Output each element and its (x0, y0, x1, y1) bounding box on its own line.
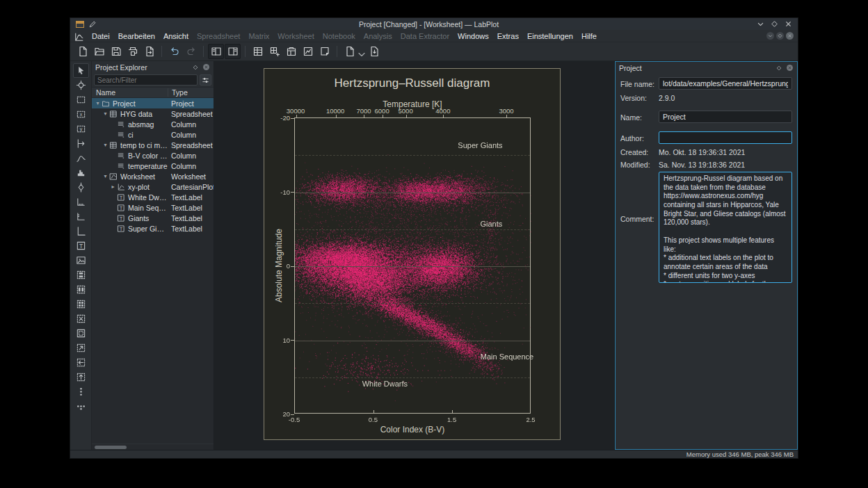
add-histogram-button[interactable] (73, 165, 89, 180)
column-header-type[interactable]: Type (168, 88, 214, 97)
export-button[interactable] (141, 44, 157, 59)
caret-closed-icon[interactable]: ▸ (109, 181, 117, 192)
distribute-horizontal-button[interactable] (73, 399, 89, 414)
caret-open-icon[interactable]: ▾ (102, 108, 109, 119)
close-icon[interactable] (785, 20, 792, 28)
add-text-label-button[interactable]: T (73, 238, 89, 253)
select-button[interactable] (73, 63, 89, 78)
new-project-button[interactable] (74, 44, 90, 59)
y-axis-label[interactable]: Absolute Magnitude (274, 227, 284, 304)
author-input[interactable] (659, 131, 792, 144)
new-matrix-button[interactable] (266, 44, 282, 59)
text-label-main-sequence[interactable]: Main Sequence (481, 352, 533, 361)
menu-bearbeiten[interactable]: Bearbeiten (114, 31, 159, 41)
zoom-y-select-button[interactable]: y (73, 122, 89, 136)
close-dock-icon[interactable] (786, 64, 794, 72)
pin-icon[interactable] (88, 20, 97, 29)
new-spreadsheet-button[interactable] (250, 44, 266, 59)
text-label-giants[interactable]: Giants (480, 220, 502, 228)
arrow-left-button[interactable] (73, 355, 89, 370)
open-project-button[interactable] (91, 44, 107, 59)
new-workbook-icon (286, 46, 297, 57)
tree-item-temperature[interactable]: temperatureColumn (92, 161, 214, 171)
break-layout-button[interactable] (73, 311, 89, 326)
tree-item-hyg-data[interactable]: ▾HYG dataSpreadsheet (92, 108, 214, 119)
tree-item-absmag[interactable]: absmagColumn (92, 119, 214, 129)
tree-item-xy-plot[interactable]: ▸xy-plotCartesianPlot (92, 181, 214, 192)
mdi-maximize-icon[interactable] (776, 32, 784, 40)
new-worksheet-button[interactable] (300, 44, 316, 59)
name-input[interactable] (659, 111, 792, 123)
layout-grid-button[interactable] (73, 297, 89, 311)
tree-item-temp-to-ci-mapping[interactable]: ▾temp to ci mappingSpreadsheet (92, 140, 214, 150)
save-button[interactable] (108, 44, 124, 59)
filter-options-button[interactable] (200, 74, 211, 86)
new-note-button[interactable] (316, 44, 332, 59)
crosshair-button[interactable] (73, 78, 89, 92)
search-input[interactable] (94, 74, 198, 86)
maximize-icon[interactable] (771, 20, 778, 28)
menu-windows[interactable]: Windows (453, 31, 493, 41)
file-name-input[interactable] (659, 77, 792, 90)
toggle-properties-explorer-button[interactable] (225, 44, 241, 59)
tree-item-giants[interactable]: TGiantsTextLabel (92, 213, 214, 223)
new-live-datasource-button[interactable] (341, 44, 365, 59)
arrow-up-right-button[interactable] (73, 341, 89, 355)
distribute-vertical-button[interactable] (73, 384, 89, 399)
zoom-x-select-button[interactable]: x (73, 107, 89, 122)
text-label-super-giants[interactable]: Super Giants (458, 141, 502, 149)
tree-item-b-v-color-index[interactable]: B-V color indexColumn (92, 150, 214, 161)
menu-ansicht[interactable]: Ansicht (159, 31, 193, 41)
text-label-white-dwarfs[interactable]: White Dwarfs (362, 380, 408, 388)
arrow-up-button[interactable] (73, 370, 89, 384)
caret-open-icon[interactable]: ▾ (102, 171, 109, 181)
menu-hilfe[interactable]: Hilfe (577, 31, 601, 41)
axis-left-button[interactable] (73, 224, 89, 238)
add-boxplot-button[interactable] (73, 180, 89, 195)
worksheet-page[interactable]: Hertzsprung–Russell diagram Temperature … (264, 68, 561, 440)
print-button[interactable] (124, 44, 140, 59)
tree-item-ci[interactable]: ciColumn (92, 129, 214, 140)
caret-open-icon[interactable]: ▾ (94, 98, 102, 108)
float-dock-icon[interactable] (775, 65, 782, 72)
tree-item-main-sequence[interactable]: TMain SequenceTextLabel (92, 202, 214, 213)
zoom-select-button[interactable] (73, 92, 89, 107)
tree-item-worksheet[interactable]: ▾WorksheetWorksheet (92, 171, 214, 181)
app-icon (76, 21, 84, 28)
new-workbook-button[interactable] (283, 44, 299, 59)
float-dock-icon[interactable] (192, 64, 199, 71)
layout-vertical-button[interactable] (73, 268, 89, 282)
minimize-icon[interactable] (757, 20, 764, 28)
tree-item-white-dwarfs[interactable]: TWhite DwarfsTextLabel (92, 192, 214, 202)
add-image-button[interactable] (73, 253, 89, 268)
container-button[interactable] (73, 326, 89, 341)
plot-title[interactable]: Hertzsprung–Russell diagram (264, 76, 560, 90)
tree-item-project[interactable]: ▾ProjectProject (92, 98, 214, 108)
axis-bottom-icon (76, 197, 86, 207)
menu-datei[interactable]: Datei (88, 31, 114, 41)
mdi-restore-icon[interactable] (766, 32, 774, 40)
caret-open-icon[interactable]: ▾ (102, 140, 109, 150)
axis-corner-button[interactable] (73, 209, 89, 224)
comment-textarea[interactable]: Hertzsprung-Russel diagram based on the … (659, 172, 792, 283)
layout-horizontal-button[interactable] (73, 282, 89, 297)
import-file-button[interactable] (366, 44, 382, 59)
axis-bottom-button[interactable] (73, 195, 89, 209)
horizontal-scrollbar[interactable] (92, 444, 214, 450)
mdi-close-icon[interactable] (786, 32, 794, 40)
column-header-name[interactable]: Name (92, 88, 168, 97)
menu-extras[interactable]: Extras (493, 31, 523, 41)
add-xy-curve-button[interactable] (73, 151, 89, 165)
tree-header[interactable]: Name Type (92, 87, 214, 98)
undo-button[interactable] (166, 44, 182, 59)
plot-area[interactable] (294, 117, 531, 414)
menu-einstellungen[interactable]: Einstellungen (523, 31, 577, 41)
scrollbar-thumb[interactable] (95, 446, 127, 449)
toggle-project-explorer-button[interactable] (208, 44, 224, 59)
close-dock-icon[interactable] (202, 63, 210, 71)
new-spreadsheet-icon (252, 46, 264, 57)
tree-item-super-giants[interactable]: TSuper GiantsTextLabel (92, 223, 214, 234)
redo-button[interactable] (183, 44, 199, 59)
add-axis-button[interactable] (73, 136, 89, 151)
x-axis-label[interactable]: Color Index (B-V) (294, 425, 531, 434)
